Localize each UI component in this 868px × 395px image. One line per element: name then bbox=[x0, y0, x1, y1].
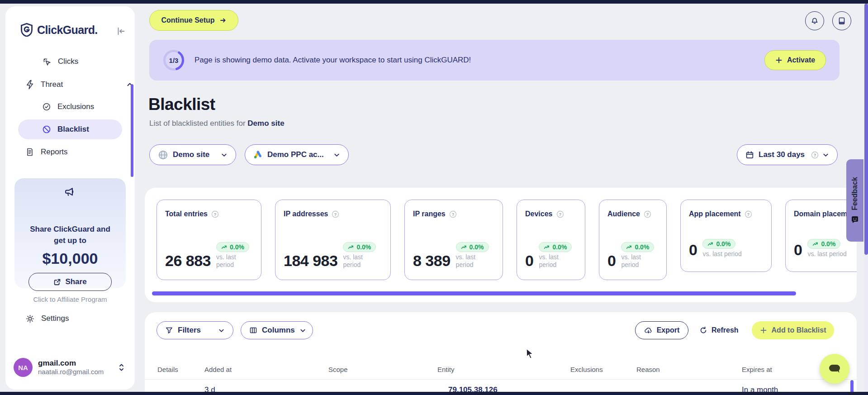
trend-up-icon bbox=[707, 241, 714, 247]
chevron-down-icon bbox=[333, 152, 340, 158]
continue-setup-label: Continue Setup bbox=[161, 16, 214, 24]
card-title: IP ranges bbox=[413, 210, 446, 218]
chevron-down-icon bbox=[218, 327, 225, 334]
column-header-expires-at[interactable]: Expires at bbox=[742, 366, 772, 373]
column-header-reason[interactable]: Reason bbox=[636, 366, 660, 373]
stats-cards-panel: Total entries? 26 883 0.0% vs. last peri… bbox=[145, 188, 857, 302]
column-header-entity[interactable]: Entity bbox=[437, 366, 455, 373]
workspace-name: gmail.com bbox=[38, 359, 104, 368]
refresh-button[interactable]: Refresh bbox=[699, 321, 739, 339]
export-button-label: Export bbox=[657, 326, 680, 334]
vs-last-period: vs. last period bbox=[702, 250, 741, 258]
sidebar-item-reports[interactable]: Reports bbox=[25, 144, 68, 160]
svg-text:?: ? bbox=[646, 212, 649, 216]
window-scrollbar-thumb[interactable] bbox=[864, 4, 868, 255]
ban-icon bbox=[42, 125, 51, 134]
column-header-scope[interactable]: Scope bbox=[328, 366, 348, 373]
sidebar-collapse-icon[interactable] bbox=[116, 26, 126, 36]
chat-widget-button[interactable] bbox=[820, 354, 849, 384]
sidebar-item-blacklist[interactable]: Blacklist bbox=[18, 119, 122, 139]
docs-button[interactable] bbox=[832, 11, 851, 30]
filter-funnel-icon bbox=[165, 326, 173, 334]
trend-up-icon bbox=[221, 244, 228, 250]
delta-badge: 0.0% bbox=[539, 242, 572, 252]
svg-text:?: ? bbox=[452, 212, 454, 216]
refresh-button-label: Refresh bbox=[711, 326, 739, 334]
affiliate-promo-card[interactable]: Share ClickGuard and get up to $10,000 S… bbox=[14, 178, 126, 288]
add-to-blacklist-label: Add to Blacklist bbox=[772, 326, 826, 334]
blacklist-table-panel: Filters Columns Export Refresh bbox=[145, 312, 857, 395]
help-icon[interactable]: ? bbox=[745, 210, 752, 218]
export-button[interactable]: Export bbox=[635, 321, 688, 339]
vs-last-period: vs. last period bbox=[621, 253, 649, 269]
svg-text:?: ? bbox=[334, 212, 337, 216]
column-header-details[interactable]: Details bbox=[157, 366, 178, 373]
help-icon[interactable]: ? bbox=[556, 210, 564, 218]
card-title: App placement bbox=[689, 210, 741, 218]
activate-button[interactable]: Activate bbox=[764, 50, 826, 70]
cards-horizontal-scrollbar[interactable] bbox=[152, 291, 796, 295]
site-selector-value: Demo site bbox=[173, 150, 209, 159]
select-chevrons-icon bbox=[118, 363, 125, 372]
filters-button[interactable]: Filters bbox=[157, 321, 233, 339]
help-icon[interactable]: ? bbox=[211, 210, 219, 218]
account-switcher[interactable]: NA gmail.com naatali.ro@gmail.com bbox=[14, 356, 127, 379]
column-header-added-at[interactable]: Added at bbox=[204, 366, 232, 373]
vs-last-period: vs. last period bbox=[807, 250, 846, 258]
feedback-tab[interactable]: Feedback bbox=[846, 159, 863, 242]
promo-footnote: Click to Affiliate Program bbox=[14, 295, 126, 303]
stat-card-total-entries: Total entries? 26 883 0.0% vs. last peri… bbox=[157, 200, 261, 280]
sidebar-item-clicks[interactable]: Clicks bbox=[42, 53, 78, 70]
plus-icon bbox=[775, 57, 783, 64]
svg-text:?: ? bbox=[214, 212, 216, 216]
sidebar-item-label: Settings bbox=[41, 314, 69, 323]
trend-up-icon bbox=[544, 244, 550, 250]
page-subtitle-site: Demo site bbox=[247, 119, 284, 128]
notifications-button[interactable] bbox=[805, 11, 824, 30]
page-subtitle-text: List of blacklisted entities for bbox=[149, 119, 246, 128]
sidebar-item-settings[interactable]: Settings bbox=[25, 310, 69, 327]
vs-last-period: vs. last period bbox=[456, 253, 484, 269]
help-icon[interactable]: ? bbox=[811, 151, 819, 159]
filters-button-label: Filters bbox=[178, 326, 201, 335]
continue-setup-button[interactable]: Continue Setup bbox=[149, 10, 238, 31]
card-value: 0 bbox=[607, 252, 616, 270]
chevron-down-icon bbox=[822, 152, 829, 158]
trend-up-icon bbox=[626, 244, 632, 250]
card-value: 0 bbox=[689, 241, 697, 259]
sidebar-item-exclusions[interactable]: Exclusions bbox=[42, 99, 94, 115]
ppc-account-selector[interactable]: Demo PPC ac... bbox=[245, 144, 349, 165]
refresh-icon bbox=[699, 326, 707, 334]
promo-amount: $10,000 bbox=[14, 250, 126, 267]
site-selector[interactable]: Demo site bbox=[149, 144, 236, 165]
chevron-down-icon bbox=[221, 152, 228, 158]
brand-logo[interactable]: ClickGuard. bbox=[20, 23, 98, 37]
share-button[interactable]: Share bbox=[28, 273, 112, 291]
setup-progress-ring: 1/3 bbox=[162, 49, 185, 71]
column-header-exclusions[interactable]: Exclusions bbox=[570, 366, 603, 373]
promo-text: Share ClickGuard and get up to bbox=[24, 224, 117, 246]
sidebar-scrollbar-thumb[interactable] bbox=[131, 84, 133, 177]
lightning-icon bbox=[25, 80, 34, 90]
delta-badge: 0.0% bbox=[343, 242, 376, 252]
columns-button[interactable]: Columns bbox=[241, 321, 313, 339]
help-icon[interactable]: ? bbox=[332, 210, 339, 218]
help-icon[interactable]: ? bbox=[644, 210, 651, 218]
stat-card-ip-ranges: IP ranges? 8 389 0.0% vs. last period bbox=[404, 200, 503, 280]
sidebar-item-threat[interactable]: Threat bbox=[25, 76, 63, 93]
chevron-down-icon bbox=[299, 327, 306, 334]
cloud-download-icon bbox=[644, 327, 653, 334]
card-value: 184 983 bbox=[284, 252, 337, 270]
vs-last-period: vs. last period bbox=[539, 253, 567, 269]
window-top-strip bbox=[0, 0, 868, 4]
date-range-selector[interactable]: Last 30 days ? bbox=[737, 144, 838, 165]
arrow-right-icon bbox=[219, 17, 227, 24]
card-value: 0 bbox=[525, 252, 533, 270]
sidebar-item-label: Exclusions bbox=[57, 102, 94, 111]
page-subtitle: List of blacklisted entities for Demo si… bbox=[149, 119, 285, 128]
card-value: 0 bbox=[794, 241, 802, 259]
add-to-blacklist-button[interactable]: Add to Blacklist bbox=[752, 321, 834, 339]
help-icon[interactable]: ? bbox=[449, 210, 457, 218]
table-header-divider bbox=[145, 379, 857, 380]
delta-badge: 0.0% bbox=[456, 242, 489, 252]
